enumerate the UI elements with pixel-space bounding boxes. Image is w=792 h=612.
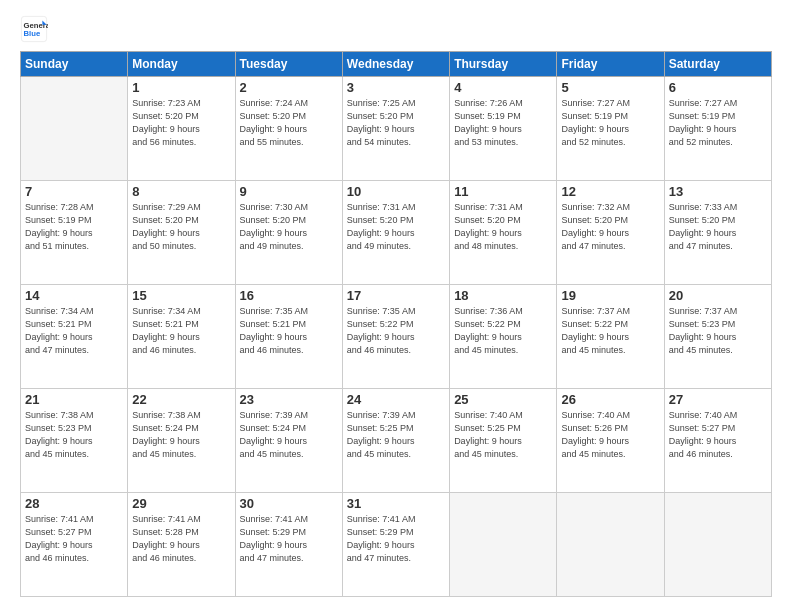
day-number: 6: [669, 80, 767, 95]
day-number: 2: [240, 80, 338, 95]
header: General Blue: [20, 15, 772, 43]
day-number: 9: [240, 184, 338, 199]
day-info: Sunrise: 7:37 AM Sunset: 5:23 PM Dayligh…: [669, 305, 767, 357]
calendar-cell: [21, 77, 128, 181]
day-info: Sunrise: 7:27 AM Sunset: 5:19 PM Dayligh…: [669, 97, 767, 149]
day-info: Sunrise: 7:30 AM Sunset: 5:20 PM Dayligh…: [240, 201, 338, 253]
calendar-cell: 19Sunrise: 7:37 AM Sunset: 5:22 PM Dayli…: [557, 285, 664, 389]
day-number: 16: [240, 288, 338, 303]
calendar-week-5: 28Sunrise: 7:41 AM Sunset: 5:27 PM Dayli…: [21, 493, 772, 597]
calendar-cell: 11Sunrise: 7:31 AM Sunset: 5:20 PM Dayli…: [450, 181, 557, 285]
day-number: 20: [669, 288, 767, 303]
day-header-friday: Friday: [557, 52, 664, 77]
day-number: 15: [132, 288, 230, 303]
day-number: 29: [132, 496, 230, 511]
calendar-cell: 12Sunrise: 7:32 AM Sunset: 5:20 PM Dayli…: [557, 181, 664, 285]
calendar-cell: 29Sunrise: 7:41 AM Sunset: 5:28 PM Dayli…: [128, 493, 235, 597]
calendar-week-2: 7Sunrise: 7:28 AM Sunset: 5:19 PM Daylig…: [21, 181, 772, 285]
calendar-cell: [664, 493, 771, 597]
page: General Blue SundayMondayTuesdayWednesda…: [0, 0, 792, 612]
calendar-table: SundayMondayTuesdayWednesdayThursdayFrid…: [20, 51, 772, 597]
calendar-cell: 31Sunrise: 7:41 AM Sunset: 5:29 PM Dayli…: [342, 493, 449, 597]
calendar-cell: 16Sunrise: 7:35 AM Sunset: 5:21 PM Dayli…: [235, 285, 342, 389]
day-info: Sunrise: 7:34 AM Sunset: 5:21 PM Dayligh…: [132, 305, 230, 357]
day-info: Sunrise: 7:25 AM Sunset: 5:20 PM Dayligh…: [347, 97, 445, 149]
day-number: 22: [132, 392, 230, 407]
day-info: Sunrise: 7:26 AM Sunset: 5:19 PM Dayligh…: [454, 97, 552, 149]
calendar-cell: 28Sunrise: 7:41 AM Sunset: 5:27 PM Dayli…: [21, 493, 128, 597]
calendar-cell: 14Sunrise: 7:34 AM Sunset: 5:21 PM Dayli…: [21, 285, 128, 389]
day-number: 7: [25, 184, 123, 199]
day-info: Sunrise: 7:41 AM Sunset: 5:27 PM Dayligh…: [25, 513, 123, 565]
day-number: 8: [132, 184, 230, 199]
day-number: 13: [669, 184, 767, 199]
calendar-cell: 15Sunrise: 7:34 AM Sunset: 5:21 PM Dayli…: [128, 285, 235, 389]
day-number: 26: [561, 392, 659, 407]
calendar-cell: 24Sunrise: 7:39 AM Sunset: 5:25 PM Dayli…: [342, 389, 449, 493]
day-number: 23: [240, 392, 338, 407]
day-info: Sunrise: 7:28 AM Sunset: 5:19 PM Dayligh…: [25, 201, 123, 253]
day-number: 5: [561, 80, 659, 95]
day-number: 4: [454, 80, 552, 95]
calendar-cell: 22Sunrise: 7:38 AM Sunset: 5:24 PM Dayli…: [128, 389, 235, 493]
calendar-week-1: 1Sunrise: 7:23 AM Sunset: 5:20 PM Daylig…: [21, 77, 772, 181]
calendar-cell: 23Sunrise: 7:39 AM Sunset: 5:24 PM Dayli…: [235, 389, 342, 493]
day-header-monday: Monday: [128, 52, 235, 77]
day-info: Sunrise: 7:38 AM Sunset: 5:24 PM Dayligh…: [132, 409, 230, 461]
day-info: Sunrise: 7:41 AM Sunset: 5:28 PM Dayligh…: [132, 513, 230, 565]
calendar-week-4: 21Sunrise: 7:38 AM Sunset: 5:23 PM Dayli…: [21, 389, 772, 493]
day-info: Sunrise: 7:41 AM Sunset: 5:29 PM Dayligh…: [240, 513, 338, 565]
day-number: 25: [454, 392, 552, 407]
calendar-cell: 1Sunrise: 7:23 AM Sunset: 5:20 PM Daylig…: [128, 77, 235, 181]
day-number: 17: [347, 288, 445, 303]
calendar-cell: 20Sunrise: 7:37 AM Sunset: 5:23 PM Dayli…: [664, 285, 771, 389]
day-number: 1: [132, 80, 230, 95]
day-number: 27: [669, 392, 767, 407]
day-info: Sunrise: 7:24 AM Sunset: 5:20 PM Dayligh…: [240, 97, 338, 149]
day-number: 10: [347, 184, 445, 199]
calendar-cell: 30Sunrise: 7:41 AM Sunset: 5:29 PM Dayli…: [235, 493, 342, 597]
day-info: Sunrise: 7:39 AM Sunset: 5:25 PM Dayligh…: [347, 409, 445, 461]
day-number: 28: [25, 496, 123, 511]
day-info: Sunrise: 7:40 AM Sunset: 5:26 PM Dayligh…: [561, 409, 659, 461]
day-number: 18: [454, 288, 552, 303]
calendar-week-3: 14Sunrise: 7:34 AM Sunset: 5:21 PM Dayli…: [21, 285, 772, 389]
calendar-cell: 6Sunrise: 7:27 AM Sunset: 5:19 PM Daylig…: [664, 77, 771, 181]
day-number: 31: [347, 496, 445, 511]
day-number: 30: [240, 496, 338, 511]
day-info: Sunrise: 7:35 AM Sunset: 5:21 PM Dayligh…: [240, 305, 338, 357]
calendar-cell: 17Sunrise: 7:35 AM Sunset: 5:22 PM Dayli…: [342, 285, 449, 389]
calendar-cell: 26Sunrise: 7:40 AM Sunset: 5:26 PM Dayli…: [557, 389, 664, 493]
calendar-cell: 4Sunrise: 7:26 AM Sunset: 5:19 PM Daylig…: [450, 77, 557, 181]
day-info: Sunrise: 7:35 AM Sunset: 5:22 PM Dayligh…: [347, 305, 445, 357]
day-info: Sunrise: 7:29 AM Sunset: 5:20 PM Dayligh…: [132, 201, 230, 253]
day-info: Sunrise: 7:31 AM Sunset: 5:20 PM Dayligh…: [454, 201, 552, 253]
calendar-cell: [557, 493, 664, 597]
day-number: 11: [454, 184, 552, 199]
day-info: Sunrise: 7:38 AM Sunset: 5:23 PM Dayligh…: [25, 409, 123, 461]
day-info: Sunrise: 7:27 AM Sunset: 5:19 PM Dayligh…: [561, 97, 659, 149]
calendar-cell: 25Sunrise: 7:40 AM Sunset: 5:25 PM Dayli…: [450, 389, 557, 493]
logo-icon: General Blue: [20, 15, 48, 43]
day-header-tuesday: Tuesday: [235, 52, 342, 77]
calendar-cell: [450, 493, 557, 597]
day-info: Sunrise: 7:36 AM Sunset: 5:22 PM Dayligh…: [454, 305, 552, 357]
day-header-saturday: Saturday: [664, 52, 771, 77]
calendar-cell: 8Sunrise: 7:29 AM Sunset: 5:20 PM Daylig…: [128, 181, 235, 285]
day-info: Sunrise: 7:23 AM Sunset: 5:20 PM Dayligh…: [132, 97, 230, 149]
calendar-cell: 2Sunrise: 7:24 AM Sunset: 5:20 PM Daylig…: [235, 77, 342, 181]
calendar-cell: 3Sunrise: 7:25 AM Sunset: 5:20 PM Daylig…: [342, 77, 449, 181]
day-number: 21: [25, 392, 123, 407]
calendar-cell: 18Sunrise: 7:36 AM Sunset: 5:22 PM Dayli…: [450, 285, 557, 389]
day-header-thursday: Thursday: [450, 52, 557, 77]
day-header-wednesday: Wednesday: [342, 52, 449, 77]
day-info: Sunrise: 7:41 AM Sunset: 5:29 PM Dayligh…: [347, 513, 445, 565]
calendar-cell: 27Sunrise: 7:40 AM Sunset: 5:27 PM Dayli…: [664, 389, 771, 493]
calendar-header-row: SundayMondayTuesdayWednesdayThursdayFrid…: [21, 52, 772, 77]
svg-text:Blue: Blue: [24, 29, 41, 38]
svg-text:General: General: [24, 21, 49, 30]
day-number: 24: [347, 392, 445, 407]
day-number: 3: [347, 80, 445, 95]
logo: General Blue: [20, 15, 52, 43]
day-info: Sunrise: 7:40 AM Sunset: 5:27 PM Dayligh…: [669, 409, 767, 461]
